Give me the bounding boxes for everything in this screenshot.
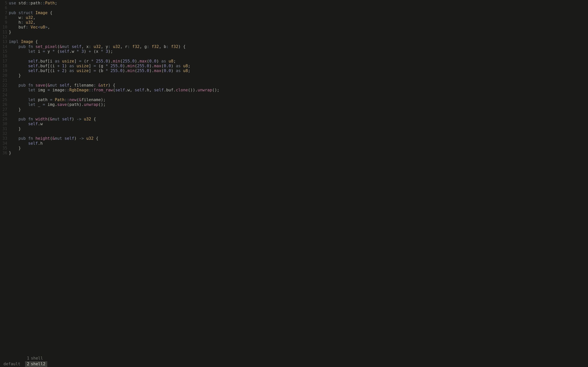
line-number: 6 xyxy=(0,6,9,10)
code-line[interactable]: 19 self.buf[(i + 2) as usize] = (b * 255… xyxy=(0,68,588,73)
tmux-status-bar: default 1shell2shell23shell3 xyxy=(0,361,588,367)
code-line[interactable]: 33 pub fn height(&mut self) -> u32 { xyxy=(0,136,588,141)
code-content[interactable]: pub fn save(&mut self, filename: &str) { xyxy=(9,83,588,88)
code-line[interactable]: 5use std::path::Path; xyxy=(0,1,588,6)
code-line[interactable]: 36} xyxy=(0,151,588,155)
code-line[interactable]: 29 pub fn width(&mut self) -> u32 { xyxy=(0,117,588,122)
line-number: 19 xyxy=(0,68,9,73)
code-line[interactable]: 10 buf: Vec<u8>, xyxy=(0,25,588,30)
code-content[interactable]: } xyxy=(9,107,588,112)
code-line[interactable]: 11} xyxy=(0,30,588,35)
code-line[interactable]: 28 xyxy=(0,112,588,117)
code-content[interactable]: self.w xyxy=(9,122,588,126)
code-content[interactable]: pub fn set_pixel(&mut self, x: u32, y: u… xyxy=(9,44,588,49)
code-line[interactable]: 21 xyxy=(0,78,588,83)
code-content[interactable]: buf: Vec<u8>, xyxy=(9,25,588,30)
code-content[interactable]: self.buf[(i + 2) as usize] = (b * 255.0)… xyxy=(9,68,588,73)
code-line[interactable]: 26 let _ = img.save(path).unwrap(); xyxy=(0,102,588,107)
code-content[interactable]: let path = Path::new(&filename); xyxy=(9,98,588,102)
line-number: 18 xyxy=(0,64,9,68)
code-content[interactable]: } xyxy=(9,30,588,35)
code-line[interactable]: 15 let i = y * (self.w * 3) + (x * 3); xyxy=(0,49,588,54)
code-line[interactable]: 14 pub fn set_pixel(&mut self, x: u32, y… xyxy=(0,44,588,49)
window-index: 2 xyxy=(27,362,29,367)
code-line[interactable]: 7pub struct Image { xyxy=(0,10,588,15)
line-number: 25 xyxy=(0,98,9,102)
line-number: 5 xyxy=(0,1,9,6)
session-name: default xyxy=(3,362,20,367)
code-line[interactable]: 22 pub fn save(&mut self, filename: &str… xyxy=(0,83,588,88)
line-number: 31 xyxy=(0,126,9,131)
code-content[interactable]: pub fn width(&mut self) -> u32 { xyxy=(9,117,588,122)
code-content[interactable]: self.buf[i as usize] = (r * 255.0).min(2… xyxy=(9,59,588,64)
line-number: 30 xyxy=(0,122,9,126)
line-number: 28 xyxy=(0,112,9,117)
line-number: 27 xyxy=(0,107,9,112)
code-line[interactable]: 34 self.h xyxy=(0,141,588,146)
code-line[interactable]: 9 h: u32, xyxy=(0,20,588,25)
code-content[interactable]: self.h xyxy=(9,141,588,146)
line-number: 17 xyxy=(0,59,9,64)
code-line[interactable]: 30 self.w xyxy=(0,122,588,126)
line-number: 7 xyxy=(0,10,9,15)
line-number: 13 xyxy=(0,39,9,44)
code-content[interactable]: } xyxy=(9,151,588,155)
line-number: 34 xyxy=(0,141,9,146)
line-number: 8 xyxy=(0,15,9,20)
line-number: 14 xyxy=(0,44,9,49)
code-content[interactable]: w: u32, xyxy=(9,15,588,20)
line-number: 33 xyxy=(0,136,9,141)
code-content[interactable]: } xyxy=(9,146,588,151)
code-content[interactable]: let _ = img.save(path).unwrap(); xyxy=(9,102,588,107)
line-number: 26 xyxy=(0,102,9,107)
window-name: shell2 xyxy=(31,362,45,367)
code-line[interactable]: 35 } xyxy=(0,146,588,151)
tmux-window-shell[interactable]: 1shell xyxy=(25,356,47,361)
code-content[interactable]: } xyxy=(9,73,588,78)
line-number: 20 xyxy=(0,73,9,78)
code-content[interactable]: use std::path::Path; xyxy=(9,1,588,6)
code-content[interactable]: impl Image { xyxy=(9,39,588,44)
line-number: 23 xyxy=(0,88,9,92)
code-line[interactable]: 6 xyxy=(0,6,588,10)
line-number: 10 xyxy=(0,25,9,30)
tmux-window-shell2[interactable]: 2shell2 xyxy=(25,361,47,367)
line-number: 16 xyxy=(0,54,9,59)
window-index: 1 xyxy=(27,356,29,361)
line-number: 15 xyxy=(0,49,9,54)
code-content[interactable]: h: u32, xyxy=(9,20,588,25)
code-line[interactable]: 27 } xyxy=(0,107,588,112)
code-line[interactable]: 31 } xyxy=(0,126,588,131)
line-number: 22 xyxy=(0,83,9,88)
code-content[interactable]: self.buf[(i + 1) as usize] = (g * 255.0)… xyxy=(9,64,588,68)
code-content[interactable]: let img = image::RgbImage::from_raw(self… xyxy=(9,88,588,92)
line-number: 9 xyxy=(0,20,9,25)
window-name: shell xyxy=(31,356,43,361)
code-content[interactable]: pub struct Image { xyxy=(9,10,588,15)
code-line[interactable]: 32 xyxy=(0,131,588,136)
code-line[interactable]: 12 xyxy=(0,35,588,39)
code-line[interactable]: 20 } xyxy=(0,73,588,78)
code-line[interactable]: 24 xyxy=(0,93,588,98)
line-number: 32 xyxy=(0,131,9,136)
line-number: 11 xyxy=(0,30,9,35)
code-line[interactable]: 25 let path = Path::new(&filename); xyxy=(0,98,588,102)
line-number: 36 xyxy=(0,151,9,155)
code-editor[interactable]: 5use std::path::Path;67pub struct Image … xyxy=(0,0,588,361)
code-line[interactable]: 23 let img = image::RgbImage::from_raw(s… xyxy=(0,88,588,92)
code-content[interactable]: pub fn height(&mut self) -> u32 { xyxy=(9,136,588,141)
code-line[interactable]: 16 xyxy=(0,54,588,59)
line-number: 35 xyxy=(0,146,9,151)
line-number: 21 xyxy=(0,78,9,83)
code-line[interactable]: 17 self.buf[i as usize] = (r * 255.0).mi… xyxy=(0,59,588,64)
code-content[interactable]: let i = y * (self.w * 3) + (x * 3); xyxy=(9,49,588,54)
code-line[interactable]: 8 w: u32, xyxy=(0,15,588,20)
line-number: 24 xyxy=(0,93,9,98)
code-line[interactable]: 18 self.buf[(i + 1) as usize] = (g * 255… xyxy=(0,64,588,68)
code-content[interactable]: } xyxy=(9,126,588,131)
line-number: 29 xyxy=(0,117,9,122)
line-number: 12 xyxy=(0,35,9,39)
code-line[interactable]: 13impl Image { xyxy=(0,39,588,44)
